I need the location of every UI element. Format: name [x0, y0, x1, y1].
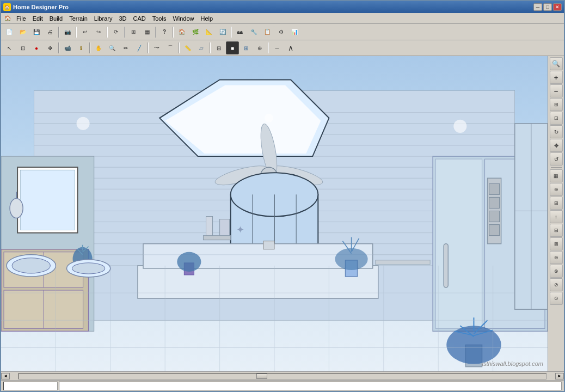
tb-help[interactable]: ? [158, 26, 171, 39]
sep2-3 [148, 42, 149, 53]
tb-arrow-tool[interactable]: ∧ [284, 41, 297, 54]
tb-arc-tool[interactable]: ⌒ [164, 41, 177, 54]
tb-elev2[interactable]: 📊 [288, 26, 301, 39]
menu-window[interactable]: Window [169, 14, 197, 23]
sep2-4 [179, 42, 180, 53]
tb-layer-tool[interactable]: ⊟ [212, 41, 225, 54]
rp-view10[interactable]: ⊙ [550, 292, 563, 305]
status-field-2 [59, 382, 562, 390]
menu-build[interactable]: Build [46, 14, 66, 23]
status-field-1 [3, 382, 58, 390]
rp-view3[interactable]: ⊞ [550, 197, 563, 210]
tb-info-tool[interactable]: ℹ [75, 41, 88, 54]
minimize-button[interactable]: ─ [533, 3, 542, 11]
h-scrollbar[interactable]: ◄ ► [1, 371, 564, 380]
rp-zoom-in[interactable]: 🔍 [550, 57, 563, 70]
tb-color-tool[interactable]: ⊞ [239, 41, 253, 54]
rp-view4[interactable]: ↕ [550, 210, 563, 223]
rp-view5[interactable]: ⊟ [550, 224, 563, 237]
tb-circle-sel[interactable]: ● [30, 41, 43, 54]
tb-transform[interactable]: ⟳ [109, 26, 122, 39]
svg-point-50 [12, 258, 50, 273]
rp-zoom-plus[interactable]: + [550, 71, 563, 84]
tb-select-area[interactable]: ⊡ [16, 41, 29, 54]
scroll-track-h[interactable] [19, 373, 546, 379]
menu-tools[interactable]: Tools [149, 14, 170, 23]
svg-rect-61 [489, 197, 500, 208]
menu-library[interactable]: Library [91, 14, 116, 23]
rp-view7[interactable]: ⊛ [550, 251, 563, 264]
rp-fit[interactable]: ⊞ [550, 98, 563, 111]
tb-ruler-tool[interactable]: ─ [271, 41, 284, 54]
menu-app-logo: 🏠 [2, 15, 13, 21]
menu-cad[interactable]: CAD [130, 14, 149, 23]
rp-view9[interactable]: ⊘ [550, 278, 563, 291]
menu-bar: 🏠 File Edit Build Terrain Library 3D CAD… [1, 13, 564, 24]
tb-cam4[interactable]: 🔄 [216, 26, 229, 39]
rp-zoom-minus[interactable]: − [550, 84, 563, 97]
rp-view1[interactable]: ▦ [550, 169, 563, 182]
rp-view8[interactable]: ⊗ [550, 265, 563, 278]
maximize-button[interactable]: □ [543, 3, 552, 11]
tb-adjust-tool[interactable]: ⊕ [253, 41, 266, 54]
svg-rect-60 [489, 183, 500, 194]
tb-box-tool[interactable]: ▱ [195, 41, 208, 54]
main-area: ✦ [1, 56, 564, 371]
rp-spin[interactable]: ↺ [550, 152, 563, 166]
tb-save[interactable]: 💾 [30, 26, 43, 39]
tb-new[interactable]: 📄 [3, 26, 16, 39]
rp-fit-all[interactable]: ⊡ [550, 112, 563, 125]
close-button[interactable]: ✕ [553, 3, 562, 11]
tb-wave-tool[interactable]: 〜 [150, 41, 163, 54]
menu-file[interactable]: File [13, 14, 29, 23]
tb-draw-tool[interactable]: ✏ [119, 41, 132, 54]
svg-point-103 [72, 263, 105, 274]
menu-help[interactable]: Help [198, 14, 217, 23]
tb-move-tool[interactable]: ✥ [44, 41, 57, 54]
svg-rect-38 [263, 241, 274, 249]
tb-redo[interactable]: ↪ [92, 26, 105, 39]
tb-cam3[interactable]: 📐 [202, 26, 216, 39]
svg-rect-89 [220, 219, 230, 236]
rp-view6[interactable]: ⊠ [550, 237, 563, 250]
tb-measure-tool[interactable]: 📏 [181, 41, 194, 54]
tb-plan[interactable]: 📋 [261, 26, 274, 39]
tb-open[interactable]: 📂 [16, 26, 29, 39]
svg-rect-87 [203, 236, 230, 240]
tb-line-tool[interactable]: ╱ [133, 41, 146, 54]
sep-7 [231, 27, 232, 38]
scroll-thumb-h[interactable] [256, 373, 267, 379]
rp-pan[interactable]: ✥ [550, 139, 563, 152]
tb-elev1[interactable]: ⚙ [274, 26, 287, 39]
tb-zoom-tool[interactable]: 🔍 [106, 41, 119, 54]
tb-pan-tool[interactable]: ✋ [92, 41, 105, 54]
tb-fill-tool[interactable]: ■ [226, 41, 239, 54]
rp-view2[interactable]: ⊕ [550, 183, 563, 196]
tb-capture[interactable]: 📷 [61, 26, 74, 39]
svg-point-93 [265, 114, 273, 122]
toolbar-tools: ↖ ⊡ ● ✥ 📹 ℹ ✋ 🔍 ✏ ╱ 〜 ⌒ 📏 ▱ ⊟ ■ ⊞ ⊕ ─ ∧ [1, 40, 564, 56]
rp-orbit[interactable]: ↻ [550, 125, 563, 138]
tb-undo[interactable]: ↩ [78, 26, 91, 39]
tb-house[interactable]: 🏘 [234, 26, 247, 39]
3d-viewport[interactable]: ✦ [1, 56, 548, 371]
tb-camera-tool[interactable]: 📹 [61, 41, 74, 54]
tb-cam2[interactable]: 🌿 [189, 26, 202, 39]
tb-print[interactable]: 🖨 [44, 26, 57, 39]
menu-edit[interactable]: Edit [29, 14, 46, 23]
tb-floor[interactable]: ▦ [140, 26, 153, 39]
svg-rect-88 [206, 217, 213, 236]
canvas-area[interactable]: ✦ [1, 56, 548, 371]
right-panel: 🔍 + − ⊞ ⊡ ↻ ✥ ↺ ▦ ⊕ ⊞ ↕ ⊟ ⊠ ⊛ ⊗ ⊘ ⊙ [548, 56, 564, 371]
window-title: Home Designer Pro [13, 4, 69, 10]
tb-frame[interactable]: 🔧 [247, 26, 260, 39]
tb-cam1[interactable]: 🏠 [175, 26, 188, 39]
rp-sep [551, 167, 562, 168]
scroll-right[interactable]: ► [555, 373, 564, 379]
menu-3d[interactable]: 3D [115, 14, 130, 23]
tb-pointer[interactable]: ↖ [3, 41, 16, 54]
bathroom-scene: ✦ [1, 56, 548, 371]
menu-terrain[interactable]: Terrain [66, 14, 91, 23]
tb-select[interactable]: ⊞ [127, 26, 140, 39]
scroll-left[interactable]: ◄ [1, 373, 10, 379]
